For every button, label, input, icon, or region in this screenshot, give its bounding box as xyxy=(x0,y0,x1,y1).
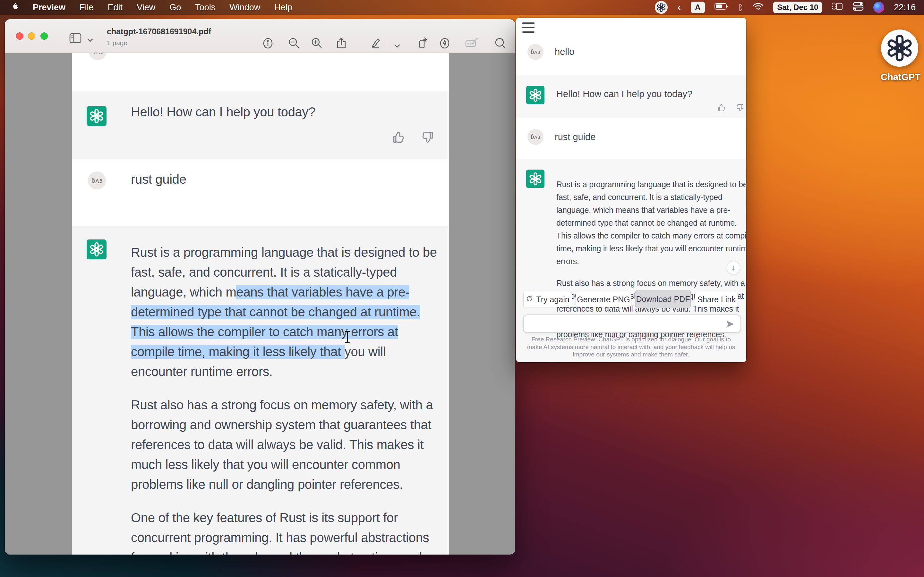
sidebar-toggle-icon[interactable] xyxy=(68,31,82,45)
search-icon[interactable] xyxy=(493,36,507,50)
openai-logo-icon xyxy=(89,242,104,257)
pdf-page: ɓʌɜ Hello! How can I help you today? xyxy=(72,53,449,554)
message-input[interactable] xyxy=(523,314,741,333)
close-button[interactable] xyxy=(16,32,23,40)
footer-line-3: improve our systems and make them safer. xyxy=(573,351,689,358)
panel-row-user-rust-guide: ɓʌɜ rust guide xyxy=(516,118,746,159)
menu-help[interactable]: Help xyxy=(274,3,292,13)
panel-row-assistant-hello: Hello! How can I help you today? xyxy=(516,75,746,118)
menu-app-name[interactable]: Preview xyxy=(33,3,65,13)
markup-chevron-down-icon[interactable] xyxy=(390,39,404,53)
user-avatar: ɓʌɜ xyxy=(89,53,107,60)
menu-tools[interactable]: Tools xyxy=(195,3,215,13)
rust-paragraph-3: One of the key features of Rust is its s… xyxy=(131,508,444,554)
user-avatar-glyph: ɓʌɜ xyxy=(531,49,540,55)
chatgpt-avatar xyxy=(87,239,107,259)
zoom-out-icon[interactable] xyxy=(287,36,301,50)
pdf-row-user-hello-partial: ɓʌɜ xyxy=(72,53,449,91)
panel-row-user-hello: ɓʌɜ hello xyxy=(516,39,746,75)
user-avatar: ɓʌɜ xyxy=(88,171,106,189)
pdf-row-user-rust-guide: ɓʌɜ rust guide xyxy=(72,159,449,226)
thumbs-up-icon[interactable] xyxy=(717,103,726,113)
menu-go[interactable]: Go xyxy=(170,3,181,13)
rust-paragraph-2: Rust also has a strong focus on memory s… xyxy=(131,395,444,494)
openai-logo-icon xyxy=(886,34,913,62)
pdf-content-area[interactable]: ɓʌɜ Hello! How can I help you today? xyxy=(5,53,515,554)
menu-window[interactable]: Window xyxy=(229,3,260,13)
download-pdf-button[interactable]: Download PDF xyxy=(635,290,691,308)
window-subtitle: 1 page xyxy=(107,39,128,47)
openai-logo-icon xyxy=(529,89,542,102)
assistant-rust-answer: Rust is a programming language that is d… xyxy=(131,242,444,554)
share-link-label: Share Link xyxy=(697,295,736,304)
menu-file[interactable]: File xyxy=(79,3,94,13)
thumbs-down-icon[interactable] xyxy=(420,130,435,145)
retry-icon xyxy=(526,295,533,304)
send-icon[interactable] xyxy=(726,319,735,329)
rust-paragraph-1: Rust is a programming language that is d… xyxy=(131,242,444,382)
chatgpt-export-panel: ɓʌɜ hello Hello! How can I help you toda… xyxy=(516,18,746,362)
bluetooth-icon[interactable]: ᛒ xyxy=(738,3,743,12)
pdf-row-assistant-rust: Rust is a programming language that is d… xyxy=(72,226,449,554)
desktop-icon-label: ChatGPT xyxy=(881,72,919,82)
text-cursor-ibeam xyxy=(344,330,351,343)
rotate-icon[interactable] xyxy=(415,36,429,50)
try-again-button[interactable]: Try again xyxy=(523,292,572,307)
assistant-hello-text: Hello! How can I help you today? xyxy=(131,105,315,119)
user-avatar-glyph: ɓʌɜ xyxy=(92,53,103,55)
user-avatar-glyph: ɓʌɜ xyxy=(531,134,540,140)
screen-record-icon[interactable] xyxy=(832,2,843,13)
siri-icon[interactable] xyxy=(873,2,884,13)
hamburger-menu-icon[interactable] xyxy=(522,23,535,33)
assistant-hello-text: Hello! How can I help you today? xyxy=(556,89,692,99)
input-source-indicator[interactable]: A xyxy=(691,2,705,13)
menu-view[interactable]: View xyxy=(137,3,155,13)
scroll-to-bottom-button[interactable]: ↓ xyxy=(727,261,740,274)
preview-window: chatgpt-1670681691904.pdf 1 page xyxy=(5,19,515,554)
chatgpt-status-icon[interactable] xyxy=(655,1,668,14)
apple-menu[interactable] xyxy=(10,2,19,13)
generate-png-label: Generate PNG xyxy=(577,295,630,304)
control-center-icon[interactable] xyxy=(853,2,864,13)
user-avatar: ɓʌɜ xyxy=(527,129,543,145)
battery-icon[interactable] xyxy=(714,3,729,13)
window-title: chatgpt-1670681691904.pdf xyxy=(107,27,211,36)
footer-line-2: make AI systems more natural to interact… xyxy=(527,343,735,350)
chatgpt-avatar xyxy=(87,106,107,126)
menubar-date[interactable]: Sat, Dec 10 xyxy=(773,2,822,13)
menu-edit[interactable]: Edit xyxy=(108,3,123,13)
back-chevron-icon[interactable]: ‹ xyxy=(677,1,681,12)
zoom-window-button[interactable] xyxy=(40,32,48,40)
pdf-row-assistant-hello: Hello! How can I help you today? xyxy=(72,91,449,159)
user-avatar-glyph: ɓʌɜ xyxy=(91,177,102,184)
wifi-icon[interactable] xyxy=(753,2,764,13)
openai-logo-icon xyxy=(89,109,104,123)
chatgpt-desktop-icon[interactable]: ChatGPT xyxy=(881,29,919,82)
try-again-label: Try again xyxy=(536,295,569,304)
menu-bar: Preview File Edit View Go Tools Window H… xyxy=(0,0,924,15)
rust-paragraph-1: Rust is a programming language that is d… xyxy=(556,178,746,268)
preview-titlebar: chatgpt-1670681691904.pdf 1 page xyxy=(5,19,515,53)
chatgpt-avatar xyxy=(526,169,544,188)
text-annotation-icon[interactable] xyxy=(465,36,479,50)
menubar-clock[interactable]: 22:16 xyxy=(894,3,916,13)
thumbs-up-icon[interactable] xyxy=(391,130,406,145)
info-icon[interactable] xyxy=(261,36,275,50)
markup-pen-icon[interactable] xyxy=(438,36,452,50)
chatgpt-avatar xyxy=(526,86,544,104)
desktop-wallpaper: Preview File Edit View Go Tools Window H… xyxy=(0,0,924,577)
openai-logo-icon xyxy=(529,172,542,185)
minimize-button[interactable] xyxy=(28,32,35,40)
zoom-in-icon[interactable] xyxy=(310,36,324,50)
apple-icon xyxy=(10,2,19,11)
thumbs-down-icon[interactable] xyxy=(735,103,745,113)
markup-highlighter-icon[interactable] xyxy=(368,36,383,50)
generate-png-button[interactable]: Generate PNG xyxy=(575,292,632,307)
share-link-button[interactable]: Share Link xyxy=(695,292,738,307)
share-icon[interactable] xyxy=(334,36,349,50)
footer-line-1: Free Research Preview: ChatGPT is optimi… xyxy=(531,336,731,343)
download-pdf-label: Download PDF xyxy=(636,295,690,304)
user-hello-text: hello xyxy=(555,47,574,57)
sidebar-chevron-down-icon[interactable] xyxy=(83,33,97,47)
panel-header xyxy=(516,18,746,39)
